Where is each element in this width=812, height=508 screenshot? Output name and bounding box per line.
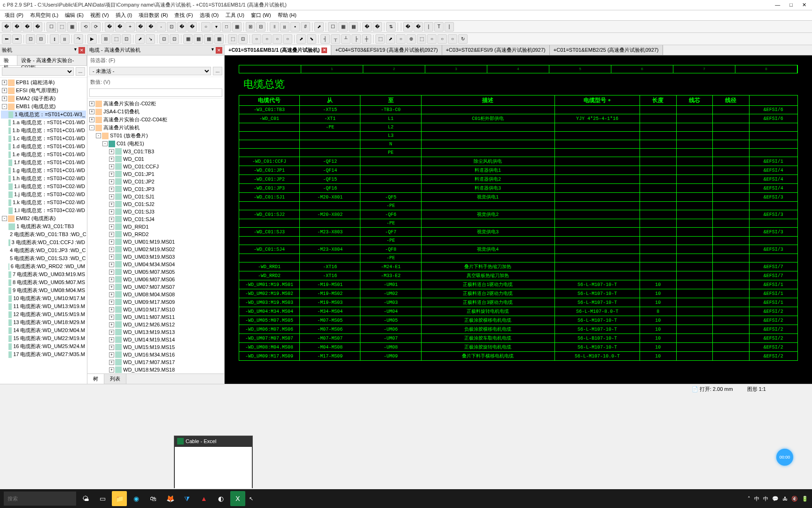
tree-item[interactable]: +WD_UM14:M19.MS14 [88,336,223,343]
drawing-canvas[interactable]: 12345678 电缆总览 电缆代号从至描述电缆型号 ∘长度线芯线径-W3_C0… [225,56,812,384]
tree-item[interactable]: +WD_C01:SJ3 [88,208,223,215]
toolbar-btn[interactable]: ⬚ [417,34,426,44]
nav-tab-0[interactable]: 验机 [0,56,17,65]
toolbar-btn[interactable]: ○ [273,34,282,44]
tree-item[interactable]: 1.g 电缆总览：=ST01+C01-WD [1,167,86,175]
toolbar-btn[interactable]: ⊕ [406,34,416,44]
toolbar-btn[interactable]: ┤ [320,34,330,44]
toolbar-btn[interactable]: ⫴ [270,22,279,32]
toolbar-btn[interactable]: T [434,22,444,32]
tray-battery-icon[interactable]: 🔋 [802,496,808,502]
tree-item[interactable]: +JSA4-C1切叠机 [88,108,223,116]
excel-preview[interactable]: Cable - Excel [174,436,253,488]
toolbar-btn[interactable]: ┼ [362,34,371,44]
toolbar-btn[interactable]: ⬊ [307,34,316,44]
tree-item[interactable]: -ST01 (放卷叠片) [88,132,223,140]
tree-item[interactable]: 1.k 电缆总览：=ST03+C02-WD [1,198,86,206]
toolbar-btn[interactable]: ○ [427,34,437,44]
nav-filter-btn[interactable]: ... [76,67,85,76]
menu-item-3[interactable]: 视图 (V) [87,11,112,20]
toolbar-btn[interactable]: ○ [448,34,457,44]
tree-item[interactable]: 1.i 电缆总览：=ST03+C02-WD [1,183,86,190]
tree-item[interactable]: +WD_C01:JP2 [88,178,223,185]
tb-firefox-icon[interactable]: 🦊 [163,491,178,506]
tree-item[interactable]: 1.b 电缆总览：=ST01+C01-WD [1,127,86,135]
toolbar-btn[interactable]: ↷ [74,34,83,44]
nav-tab-1[interactable]: 设备 - 高速叠片实验台-C02柜 [17,56,87,65]
tree-item[interactable]: +EFSI (电气原理图) [1,87,86,95]
list-tab[interactable]: 列表 [104,374,126,384]
toolbar-btn[interactable]: ↘ [146,34,155,44]
tree-item[interactable]: +WD_UM04:M34.MS04 [88,261,223,268]
toolbar-btn[interactable]: ⊡ [26,34,35,44]
doc-tab[interactable]: +C03=ST02&EFSI/9 (高速叠片试验机0927) [442,45,550,55]
menu-item-4[interactable]: 插入 (I) [113,11,135,20]
tree-item[interactable]: 1.d 电缆总览：=ST01+C01-WD [1,143,86,151]
tree-item[interactable]: +WD_UM11:M07.MS11 [88,313,223,321]
tree-item[interactable]: 1.a 电缆总览：=ST01+C01-WD [1,119,86,127]
toolbar-btn[interactable]: ⬅ [2,34,11,44]
toolbar-btn[interactable]: � [146,22,156,32]
toolbar-btn[interactable]: ▦ [204,34,213,44]
menu-item-7[interactable]: 选项 (O) [197,11,222,20]
toolbar-btn[interactable]: ⊞ [246,22,255,32]
toolbar-btn[interactable]: □ [222,22,231,32]
toolbar-btn[interactable]: � [414,22,423,32]
tree-item[interactable]: 1.l 电缆总览：=ST03+C02-WD [1,206,86,214]
tree-item[interactable]: 10 电缆图表:WD_UM10:M17.M [1,294,86,302]
toolbar-btn[interactable]: ┴ [341,34,351,44]
tree-item[interactable]: +WD_C01:JP3 [88,185,223,193]
taskbar-search[interactable] [4,492,76,506]
tree-item[interactable]: 11 电缆图表:WD_UM13:M19.M [1,302,86,310]
menu-item-9[interactable]: 窗口 (W) [248,11,274,20]
toolbar-btn[interactable]: � [2,22,11,32]
toolbar-btn[interactable]: ⊡ [167,22,176,32]
value-input[interactable] [89,88,222,97]
tree-item[interactable]: 9 电缆图表:WD_UM08:M04.MS [1,286,86,294]
tree-item[interactable]: 5 电缆图表:WD_C01:SJ3 :WD_C [1,254,86,262]
toolbar-btn[interactable]: + [125,22,135,32]
tree-item[interactable]: 13 电缆图表:WD_UM18:M29.M [1,318,86,326]
tree-item[interactable]: 1 电缆总览：=ST01+C01-W3_ [1,111,86,119]
tree-item[interactable]: +WD_UM15:M19.MS15 [88,343,223,351]
toolbar-btn[interactable]: | [424,22,433,32]
tree-item[interactable]: 12 电缆图表:WD_UM15:M19.M [1,310,86,318]
tree-item[interactable]: +WD_RRD2 [88,230,223,238]
toolbar-btn[interactable]: ⬈ [386,34,395,44]
toolbar-btn[interactable]: ↻ [458,34,468,44]
timer-badge[interactable]: 00:00 [776,449,793,466]
toolbar-btn[interactable]: ▪ [290,22,300,32]
tree-item[interactable]: +WD_UM12:M26.MS12 [88,321,223,328]
tree-item[interactable]: +WD_UM16:M34.MS16 [88,351,223,358]
tree-item[interactable]: 1.h 电缆总览：=ST03+C02-WD [1,175,86,183]
toolbar-btn[interactable]: � [136,22,145,32]
toolbar-btn[interactable]: ┬ [331,34,340,44]
tree-item[interactable]: 2 电缆图表:WD_C01:TB3 :WD_C [1,230,86,238]
toolbar-btn[interactable]: ⊟ [36,34,46,44]
toolbar-btn[interactable]: � [105,22,114,32]
nav-filter-select[interactable] [2,67,74,76]
tree-item[interactable]: 1 电缆图表:W3_C01:TB3 [1,222,86,230]
menu-item-8[interactable]: 工具 (U) [223,11,247,20]
tree-item[interactable]: +WD_UM03:M19.MS03 [88,253,223,261]
toolbar-btn[interactable]: ├ [351,34,361,44]
tree-item[interactable]: +WD_C01 [88,155,223,163]
tree-item[interactable]: 15 电缆图表:WD_UM22:M19.M [1,334,86,342]
toolbar-btn[interactable]: ▦ [338,22,348,32]
toolbar-btn[interactable]: � [403,22,413,32]
tb-explorer-icon[interactable]: 📁 [112,491,127,506]
toolbar-btn[interactable]: ▦ [214,34,224,44]
toolbar-btn[interactable]: ⬚ [57,22,66,32]
toolbar-btn[interactable]: ⬈ [135,34,145,44]
menu-item-1[interactable]: 布局空间 (L) [27,11,62,20]
toolbar-btn[interactable]: ⊡ [238,34,248,44]
panel-dropdown-icon[interactable]: ▼ [211,47,215,54]
toolbar-btn[interactable]: ⫼ [280,22,289,32]
tree-item[interactable]: -EMB1 (电缆总览) [1,103,86,111]
menu-item-2[interactable]: 编辑 (E) [62,11,86,20]
toolbar-btn[interactable]: ☐ [328,22,337,32]
toolbar-btn[interactable]: � [362,22,372,32]
tray-network-icon[interactable]: 🖧 [782,496,788,501]
toolbar-btn[interactable]: ➡ [12,34,22,44]
tree-item[interactable]: +WD_UM08:M04.MS08 [88,291,223,298]
